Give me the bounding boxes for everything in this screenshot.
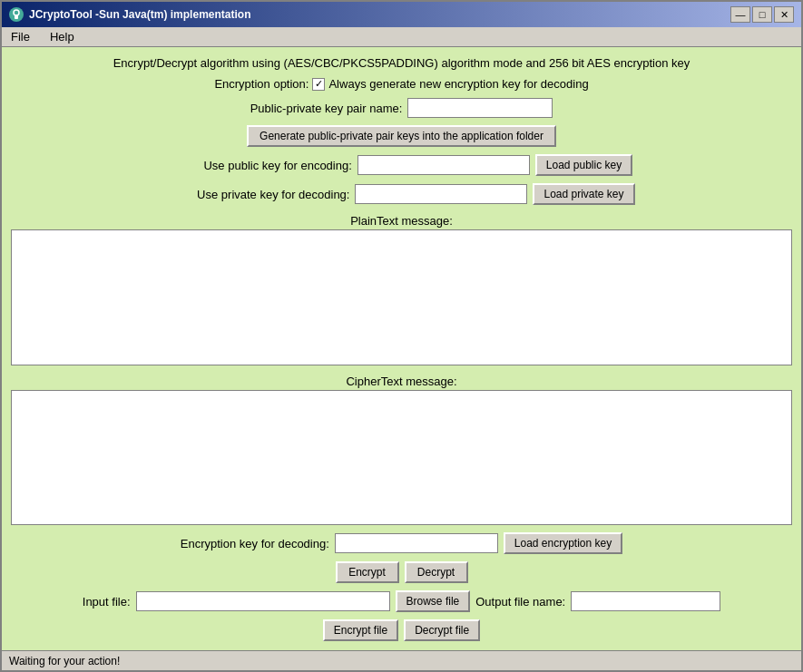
app-icon: [9, 7, 24, 22]
encryption-option-label: Encryption option:: [214, 77, 308, 91]
key-pair-name-label: Public-private key pair name:: [250, 102, 403, 115]
load-public-key-button[interactable]: Load public key: [535, 154, 632, 176]
plaintext-textarea[interactable]: [12, 230, 791, 365]
ciphertext-textarea[interactable]: [12, 391, 791, 525]
plaintext-area: [11, 229, 792, 365]
menu-file[interactable]: File: [5, 28, 35, 45]
title-bar-left: JCryptoTool -Sun Java(tm) implementation: [9, 7, 250, 22]
status-bar: Waiting for your action!: [2, 650, 801, 670]
file-row: Input file: Browse file Output file name…: [11, 590, 792, 612]
main-content: Encrypt/Decrypt algorithm using (AES/CBC…: [2, 47, 801, 650]
encryption-option-text: Always generate new encryption key for d…: [328, 77, 588, 91]
generate-keys-button[interactable]: Generate public-private pair keys into t…: [247, 125, 556, 147]
description-text: Encrypt/Decrypt algorithm using (AES/CBC…: [11, 56, 792, 70]
plaintext-label: PlainText message:: [11, 212, 792, 229]
public-key-row: Use public key for encoding: Load public…: [11, 154, 792, 176]
private-key-row: Use private key for decoding: Load priva…: [11, 183, 792, 205]
decrypt-button[interactable]: Decrypt: [405, 561, 468, 583]
ciphertext-area: [11, 390, 792, 526]
minimize-button[interactable]: —: [730, 6, 750, 23]
input-file-label: Input file:: [83, 595, 131, 609]
private-key-label: Use private key for decoding:: [168, 188, 349, 201]
encryption-option-checkbox[interactable]: ✓: [312, 78, 325, 91]
private-key-input[interactable]: [355, 184, 527, 204]
main-window: JCryptoTool -Sun Java(tm) implementation…: [0, 0, 803, 672]
menu-help[interactable]: Help: [44, 28, 80, 45]
file-buttons-row: Encrypt file Decrypt file: [11, 619, 792, 641]
status-text: Waiting for your action!: [9, 655, 120, 667]
encryption-option-row: Encryption option: ✓ Always generate new…: [11, 77, 792, 91]
load-enc-key-button[interactable]: Load encryption key: [504, 532, 622, 554]
ciphertext-label: CipherText message:: [11, 373, 792, 390]
window-title: JCryptoTool -Sun Java(tm) implementation: [29, 8, 250, 21]
public-key-input[interactable]: [357, 155, 530, 175]
output-file-input[interactable]: [571, 591, 720, 611]
menu-bar: File Help: [2, 27, 801, 47]
close-button[interactable]: ✕: [774, 6, 794, 23]
input-file-input[interactable]: [136, 591, 390, 611]
encrypt-file-button[interactable]: Encrypt file: [323, 619, 398, 641]
enc-key-input[interactable]: [335, 533, 498, 553]
enc-key-label: Encryption key for decoding:: [181, 537, 329, 550]
decrypt-file-button[interactable]: Decrypt file: [404, 619, 480, 641]
key-pair-name-row: Public-private key pair name:: [11, 98, 792, 118]
load-private-key-button[interactable]: Load private key: [533, 183, 634, 205]
public-key-label: Use public key for encoding:: [171, 159, 352, 172]
title-bar-buttons: — □ ✕: [730, 6, 794, 23]
key-pair-name-input[interactable]: [407, 98, 553, 118]
output-file-label: Output file name:: [475, 595, 565, 609]
browse-file-button[interactable]: Browse file: [396, 590, 471, 612]
enc-key-row: Encryption key for decoding: Load encryp…: [11, 532, 792, 554]
maximize-button[interactable]: □: [752, 6, 772, 23]
svg-rect-1: [15, 15, 18, 19]
title-bar: JCryptoTool -Sun Java(tm) implementation…: [2, 2, 801, 27]
encrypt-decrypt-row: Encrypt Decrypt: [11, 561, 792, 583]
generate-btn-row: Generate public-private pair keys into t…: [11, 125, 792, 147]
encrypt-button[interactable]: Encrypt: [336, 561, 399, 583]
